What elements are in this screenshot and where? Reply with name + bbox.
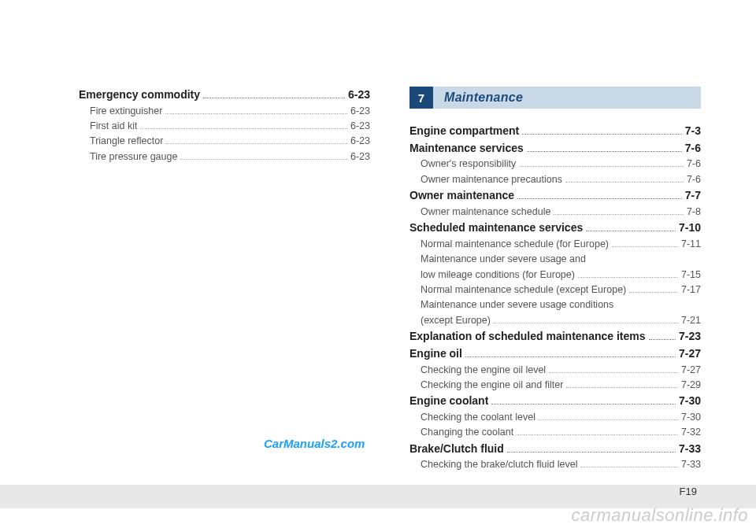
toc-heading-page: 7-27 xyxy=(679,345,701,363)
toc-heading-row: Emergency commodity 6-23 xyxy=(79,87,370,104)
toc-heading-label: Owner maintenance xyxy=(410,187,514,205)
toc-dots xyxy=(517,434,678,435)
toc-sub-row: Checking the brake/clutch fluid level7-3… xyxy=(410,457,701,472)
toc-heading-row: Engine oil7-27 xyxy=(410,345,701,363)
page-number: F19 xyxy=(680,486,697,497)
toc-dots xyxy=(494,323,678,323)
toc-sub-label: Checking the coolant level xyxy=(421,410,536,425)
toc-heading-label: Engine coolant xyxy=(410,393,488,410)
toc-sub-label: Normal maintenance schedule (except Euro… xyxy=(421,283,626,297)
toc-sub-label: Maintenance under severe usage condition… xyxy=(421,297,613,312)
toc-sub-row: Normal maintenance schedule (except Euro… xyxy=(410,283,701,297)
toc-heading-row: Brake/Clutch fluid7-33 xyxy=(410,441,701,458)
toc-heading-label: Explanation of scheduled maintenance ite… xyxy=(410,328,646,345)
toc-dots xyxy=(566,387,678,388)
toc-dots xyxy=(491,404,676,405)
toc-sub-label: Checking the brake/clutch fluid level xyxy=(421,457,577,472)
toc-heading-label: Maintenance services xyxy=(410,140,524,157)
toc-dots xyxy=(527,151,682,152)
toc-sub-label: First aid kit xyxy=(90,119,137,134)
toc-sub-page: 7-29 xyxy=(681,378,701,393)
toc-sub-page: 6-23 xyxy=(350,104,370,119)
manual-page: Emergency commodity 6-23 Fire extinguish… xyxy=(0,0,756,532)
toc-sub-row: (except Europe)7-21 xyxy=(410,313,701,328)
toc-sub-label: Checking the engine oil and filter xyxy=(421,378,563,393)
toc-sub-page: 7-11 xyxy=(681,237,701,252)
toc-heading-page: 7-7 xyxy=(685,187,701,205)
chapter-bar: 7 Maintenance xyxy=(410,87,701,109)
toc-heading-page: 6-23 xyxy=(348,87,370,104)
watermark-carmanualsonline: carmanualsonline.info xyxy=(571,505,748,526)
toc-sub-label: Owner maintenance schedule xyxy=(421,205,550,220)
toc-dots xyxy=(578,277,678,278)
toc-dots xyxy=(203,98,345,98)
toc-dots xyxy=(549,372,678,373)
left-column: Emergency commodity 6-23 Fire extinguish… xyxy=(79,87,370,473)
toc-heading-page: 7-33 xyxy=(679,441,701,458)
toc-dots xyxy=(539,419,678,420)
toc-sub-page: 7-6 xyxy=(687,172,701,187)
toc-sub-page: 7-15 xyxy=(681,268,701,283)
toc-heading-row: Engine coolant7-30 xyxy=(410,393,701,410)
toc-sub-page: 7-27 xyxy=(681,363,701,378)
toc-sub-label: low mileage conditions (for Europe) xyxy=(421,268,575,283)
toc-sub-row: Fire extinguisher 6-23 xyxy=(79,104,370,119)
toc-dots xyxy=(586,231,676,231)
toc-heading-page: 7-23 xyxy=(679,328,701,345)
toc-dots xyxy=(519,166,684,167)
toc-dots xyxy=(580,467,678,467)
toc-sub-label: (except Europe) xyxy=(421,313,491,328)
toc-sub-row: Checking the engine oil level7-27 xyxy=(410,363,701,378)
toc-dots xyxy=(507,452,676,453)
toc-sub-label: Changing the coolant xyxy=(421,425,513,440)
toc-sub-label: Triangle reflector xyxy=(90,134,163,149)
toc-sub-row: Owner maintenance schedule7-8 xyxy=(410,205,701,220)
toc-heading-label: Engine compartment xyxy=(410,123,519,140)
toc-sub-row: Owner maintenance precautions7-6 xyxy=(410,172,701,187)
toc-sub-row: Changing the coolant7-32 xyxy=(410,425,701,440)
toc-sub-page: 6-23 xyxy=(350,134,370,149)
toc-heading-page: 7-30 xyxy=(679,393,701,410)
toc-heading-label: Scheduled maintenance services xyxy=(410,220,583,237)
toc-sub-row: low mileage conditions (for Europe)7-15 xyxy=(410,268,701,283)
chapter-number: 7 xyxy=(410,87,433,109)
toc-dots xyxy=(612,246,678,247)
toc-dots xyxy=(140,128,347,129)
toc-sub-label: Tire pressure gauge xyxy=(90,150,177,164)
toc-sub-label: Fire extinguisher xyxy=(90,104,162,119)
toc-sub-row: Owner's responsibility7-6 xyxy=(410,157,701,172)
toc-dots xyxy=(180,159,347,160)
toc-dots xyxy=(565,182,684,183)
toc-heading-page: 7-3 xyxy=(685,123,701,140)
toc-sub-label: Checking the engine oil level xyxy=(421,363,546,378)
toc-sub-page: 7-32 xyxy=(681,425,701,440)
toc-sub-row: Maintenance under severe usage and xyxy=(410,252,701,267)
right-toc-list: Engine compartment7-3Maintenance service… xyxy=(410,123,701,473)
toc-dots xyxy=(165,113,347,114)
toc-sub-page: 6-23 xyxy=(350,119,370,134)
toc-sub-row: First aid kit 6-23 xyxy=(79,119,370,134)
toc-sub-page: 6-23 xyxy=(350,150,370,164)
toc-dots xyxy=(522,134,682,135)
toc-sub-page: 7-6 xyxy=(687,157,701,172)
toc-sub-label: Owner's responsibility xyxy=(421,157,516,172)
toc-sub-row: Normal maintenance schedule (for Europe)… xyxy=(410,237,701,252)
toc-heading-row: Engine compartment7-3 xyxy=(410,123,701,140)
toc-dots xyxy=(465,357,676,357)
toc-dots xyxy=(166,143,347,144)
toc-sub-page: 7-17 xyxy=(681,283,701,297)
toc-heading-page: 7-6 xyxy=(685,140,701,157)
toc-dots xyxy=(629,292,678,293)
toc-sub-row: Checking the engine oil and filter7-29 xyxy=(410,378,701,393)
toc-heading-row: Owner maintenance7-7 xyxy=(410,187,701,205)
toc-dots xyxy=(649,339,676,340)
toc-heading-page: 7-10 xyxy=(679,220,701,237)
toc-sub-label: Maintenance under severe usage and xyxy=(421,252,586,267)
toc-sub-label: Owner maintenance precautions xyxy=(421,172,562,187)
toc-dots xyxy=(517,198,682,199)
toc-heading-label: Brake/Clutch fluid xyxy=(410,441,504,458)
toc-sub-row: Triangle reflector 6-23 xyxy=(79,134,370,149)
toc-heading-label: Emergency commodity xyxy=(79,87,200,104)
toc-sub-row: Maintenance under severe usage condition… xyxy=(410,297,701,312)
toc-dots xyxy=(554,214,684,215)
